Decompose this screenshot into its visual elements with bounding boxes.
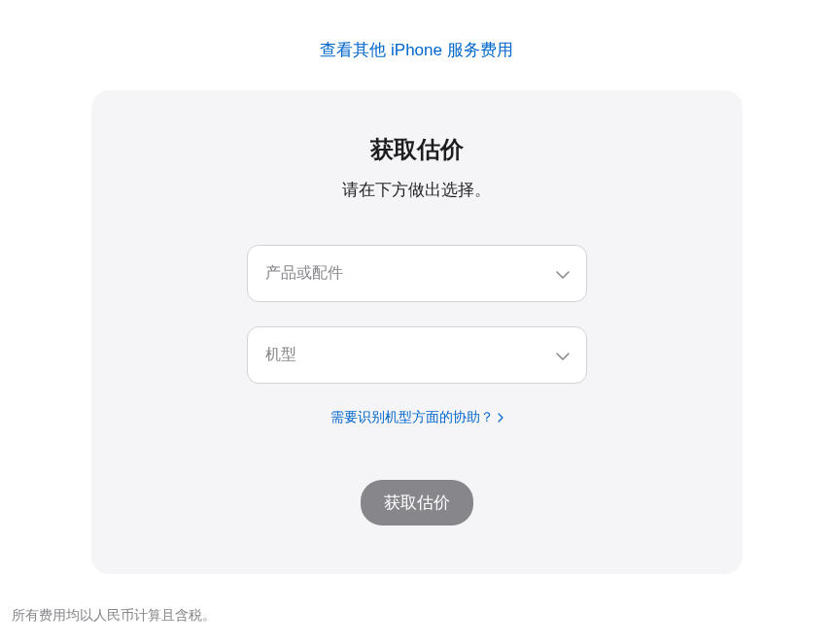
footer-text: 所有费用均以人民币计算且含税。 截至 2023 年 2 月底，保外电池服务的费用… (0, 574, 833, 644)
footer-line-2: 截至 2023 年 2 月底，保外电池服务的费用都将按照当前的价格收取。从 20… (12, 639, 821, 644)
product-select[interactable]: 产品或配件 (247, 245, 587, 302)
other-service-fees-link[interactable]: 查看其他 iPhone 服务费用 (320, 41, 512, 59)
model-select[interactable]: 机型 (247, 326, 587, 384)
product-select-wrapper: 产品或配件 (247, 245, 587, 302)
model-select-wrapper: 机型 (247, 326, 587, 384)
card-title: 获取估价 (140, 134, 694, 165)
footer-line-1: 所有费用均以人民币计算且含税。 (12, 603, 821, 627)
get-estimate-button[interactable]: 获取估价 (361, 480, 473, 525)
model-help-link[interactable]: 需要识别机型方面的协助？ (330, 409, 503, 426)
card-subtitle: 请在下方做出选择。 (140, 179, 694, 201)
help-link-label: 需要识别机型方面的协助？ (330, 409, 494, 426)
chevron-right-icon (498, 410, 503, 425)
estimate-card: 获取估价 请在下方做出选择。 产品或配件 机型 需要识别机型方面的协助？ 获取估… (91, 90, 743, 574)
